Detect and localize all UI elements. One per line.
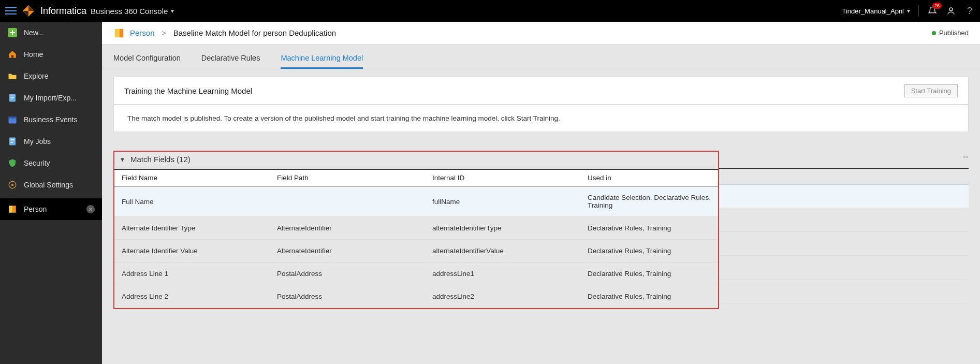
cell: Declarative Rules, Training: [580, 217, 718, 240]
sidebar-item-label: Person: [24, 205, 47, 213]
topbar: Informatica Business 360 Console ▾ Tinde…: [0, 0, 980, 22]
close-icon[interactable]: ✕: [86, 205, 95, 213]
cell: PostalAddress: [270, 285, 425, 308]
page-icon: [7, 93, 18, 103]
svg-rect-5: [11, 55, 14, 58]
column-header[interactable]: Field Name: [114, 169, 270, 186]
sidebar-item-explore[interactable]: Explore: [0, 65, 102, 87]
sidebar-item-import-export[interactable]: My Import/Exp...: [0, 87, 102, 109]
cell: addressLine1: [425, 263, 580, 285]
brand-label: Informatica: [40, 6, 86, 17]
breadcrumb-link[interactable]: Person: [130, 28, 155, 37]
sidebar-item-label: My Jobs: [24, 137, 51, 145]
divider: [918, 5, 919, 17]
table-row[interactable]: Alternate Identifier ValueAlternateIdent…: [114, 240, 718, 263]
svg-rect-12: [9, 206, 13, 213]
status-label: Published: [939, 29, 969, 37]
table-row[interactable]: Alternate Identifier TypeAlternateIdenti…: [114, 217, 718, 240]
menu-icon[interactable]: [5, 5, 17, 17]
breadcrumb-separator: >: [162, 29, 166, 37]
svg-rect-15: [120, 28, 123, 37]
cell: addressLine2: [425, 285, 580, 308]
breadcrumb: Person > Baseline Match Model for person…: [102, 22, 980, 45]
caret-down-icon: ▼: [120, 156, 125, 163]
svg-rect-13: [13, 206, 16, 213]
column-header[interactable]: Field Path: [270, 169, 425, 186]
svg-rect-9: [9, 138, 16, 145]
help-icon[interactable]: ?: [964, 6, 975, 16]
start-training-button[interactable]: Start Training: [904, 84, 958, 97]
sidebar-item-label: New...: [24, 28, 44, 37]
svg-rect-8: [9, 117, 17, 119]
cell: alternateIdentifierValue: [425, 240, 580, 263]
cell: Alternate Identifier Value: [114, 240, 270, 263]
folder-icon: [7, 71, 18, 81]
tab-bar: Model Configuration Declarative Rules Ma…: [102, 45, 980, 69]
column-header[interactable]: Internal ID: [425, 169, 580, 186]
panel-title: Training the Machine Learning Model: [124, 86, 252, 95]
brand-logo-icon: [22, 4, 35, 18]
sidebar-item-global-settings[interactable]: Global Settings: [0, 174, 102, 196]
drag-handle-icon[interactable]: ⇔: [963, 153, 969, 161]
cell: AlternateIdentifier: [270, 217, 425, 240]
table-row[interactable]: Address Line 2PostalAddressaddressLine2D…: [114, 285, 718, 308]
sidebar-item-label: Global Settings: [24, 181, 73, 189]
shield-icon: [7, 158, 18, 168]
section-header[interactable]: ▼ Match Fields (12): [114, 153, 718, 169]
cell: Declarative Rules, Training: [580, 240, 718, 263]
sidebar-item-new[interactable]: New...: [0, 22, 102, 43]
page-icon: [7, 136, 18, 147]
section-title: Match Fields (12): [130, 155, 191, 164]
tab-machine-learning-model[interactable]: Machine Learning Model: [281, 54, 363, 69]
sidebar-item-business-events[interactable]: Business Events: [0, 109, 102, 130]
status-badge: Published: [932, 29, 969, 37]
home-icon: [7, 49, 18, 60]
svg-marker-2: [23, 11, 28, 17]
page-title: Baseline Match Model for person Deduplic…: [173, 28, 336, 37]
sidebar: New... Home Explore My Import/Exp... Bus…: [0, 22, 102, 364]
chevron-down-icon: ▾: [907, 7, 910, 14]
sidebar-item-label: Explore: [24, 72, 48, 80]
cell: Address Line 1: [114, 263, 270, 285]
column-header[interactable]: Used in: [580, 169, 718, 186]
notifications-icon[interactable]: 26: [927, 6, 938, 16]
cell: alternateIdentifierType: [425, 217, 580, 240]
sidebar-item-label: Home: [24, 50, 43, 59]
status-dot-icon: [932, 31, 936, 35]
sidebar-item-my-jobs[interactable]: My Jobs: [0, 130, 102, 152]
svg-rect-6: [9, 94, 16, 102]
cell: Declarative Rules, Training: [580, 263, 718, 285]
training-panel: Training the Machine Learning Model Star…: [113, 77, 969, 132]
table-row[interactable]: Address Line 1PostalAddressaddressLine1D…: [114, 263, 718, 285]
user-icon[interactable]: [946, 6, 956, 16]
notification-badge: 26: [932, 3, 942, 9]
console-label[interactable]: Business 360 Console: [91, 7, 168, 16]
chevron-down-icon[interactable]: ▾: [171, 7, 174, 14]
gear-icon: [7, 180, 18, 190]
main-content: Person > Baseline Match Model for person…: [102, 22, 980, 364]
cell: fullName: [425, 186, 580, 217]
table-row[interactable]: Full NamefullNameCandidate Selection, De…: [114, 186, 718, 217]
sidebar-item-label: Business Events: [24, 115, 78, 124]
user-dropdown[interactable]: Tinder_Manual_April ▾: [842, 7, 910, 15]
cell: Candidate Selection, Declarative Rules, …: [580, 186, 718, 217]
panel-message: The match model is published. To create …: [114, 105, 968, 132]
match-fields-section: ▼ Match Fields (12) Field Name Field Pat…: [113, 151, 969, 309]
svg-point-11: [11, 184, 14, 186]
cell: Alternate Identifier Type: [114, 217, 270, 240]
tab-model-configuration[interactable]: Model Configuration: [113, 54, 181, 69]
sidebar-open-tab-person[interactable]: Person ✕: [0, 198, 102, 220]
cell: [270, 186, 425, 217]
match-fields-table: Field Name Field Path Internal ID Used i…: [114, 169, 718, 308]
svg-point-3: [949, 8, 953, 11]
sidebar-item-security[interactable]: Security: [0, 152, 102, 174]
person-entity-icon: [7, 204, 18, 214]
cell: Address Line 2: [114, 285, 270, 308]
cell: PostalAddress: [270, 263, 425, 285]
svg-marker-1: [28, 5, 34, 11]
plus-icon: [7, 27, 18, 38]
tab-declarative-rules[interactable]: Declarative Rules: [201, 54, 260, 69]
username-label: Tinder_Manual_April: [842, 7, 904, 15]
sidebar-item-label: Security: [24, 159, 50, 167]
sidebar-item-home[interactable]: Home: [0, 43, 102, 65]
